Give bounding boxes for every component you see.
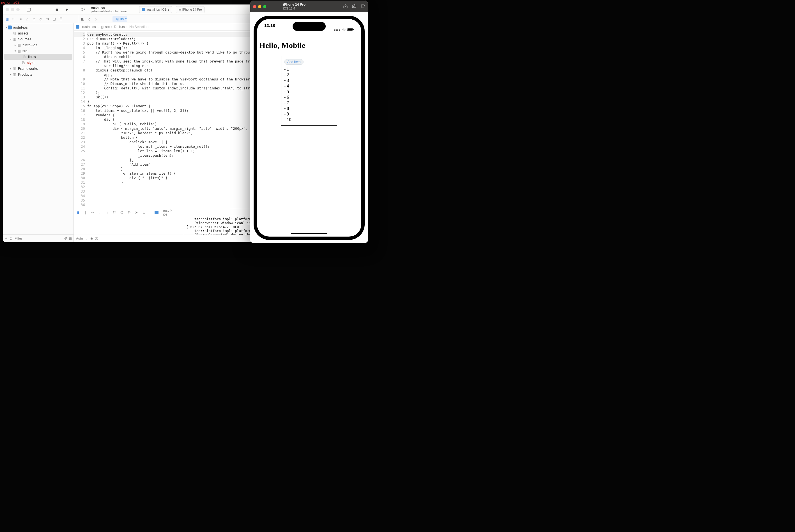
crumb-file[interactable]: lib.rs	[118, 25, 125, 29]
folder-icon: ▥	[17, 49, 21, 53]
recent-files-icon[interactable]: ⏱	[64, 236, 67, 241]
source-control-navigator-icon[interactable]: ⛌	[12, 17, 16, 21]
folder-icon: ▥	[12, 66, 17, 71]
list-card: Add item - 1- 2- 3- 4- 5- 6- 7- 8- 9- 10	[281, 56, 337, 126]
report-navigator-icon[interactable]: ☰	[59, 17, 63, 21]
tab-label: lib.rs	[121, 17, 124, 21]
info-icon[interactable]: ⓘ	[95, 236, 98, 241]
tree-row-rustnl-ios[interactable]: ▸▥rustnl-ios	[3, 42, 74, 48]
project-root-row[interactable]: ▾ rustnl-ios	[3, 24, 74, 30]
disclosure-icon[interactable]: ▸	[14, 43, 17, 46]
tree-row-label: Sources	[18, 37, 32, 41]
debug-navigator-icon[interactable]: ⟲	[45, 17, 49, 21]
rotate-icon[interactable]	[360, 4, 365, 9]
destination-scheme[interactable]: rustnl-ios_iOS›	[139, 6, 172, 13]
home-icon[interactable]	[343, 4, 348, 9]
disclosure-icon[interactable]: ▸	[9, 67, 12, 70]
project-navigator-icon[interactable]: ▥	[5, 17, 9, 21]
window-traffic-lights[interactable]	[6, 8, 20, 11]
clock-label: 12:18	[264, 23, 275, 36]
scheme-selector[interactable]: rustnl-ios jk/fix-mobile-touch-interac…	[91, 6, 131, 13]
env-overrides-icon[interactable]: ⚙	[127, 210, 131, 214]
pause-icon[interactable]: ‖	[83, 210, 87, 214]
page-heading: Hello, Mobile	[259, 41, 359, 50]
step-out-icon[interactable]: ↑	[105, 210, 109, 214]
svg-point-4	[81, 10, 82, 11]
filter-scope-icon[interactable]: ⊙	[10, 236, 12, 241]
thread-icon[interactable]: ⟂	[142, 210, 146, 214]
crumb-project[interactable]: rustnl-ios	[82, 25, 96, 29]
disclosure-icon[interactable]: ▾	[14, 49, 17, 52]
memory-graph-icon[interactable]: ⌬	[120, 210, 124, 214]
home-indicator[interactable]	[291, 233, 327, 234]
toggle-navigator-button[interactable]	[25, 6, 33, 13]
tree-row-src[interactable]: ▾▥src	[3, 48, 74, 54]
variables-view[interactable]	[74, 216, 184, 234]
symbol-navigator-icon[interactable]: ⌗	[19, 17, 22, 21]
step-into-icon[interactable]: ↓	[98, 210, 102, 214]
simulator-canvas: 12:18 ▪▪▪▪ Hello, Mobile Add item - 1- 2…	[250, 12, 368, 243]
step-over-icon[interactable]: ⤻	[91, 210, 94, 214]
tree-row-sources[interactable]: ▾▥Sources	[3, 36, 74, 42]
svg-rect-8	[362, 4, 364, 8]
breakpoint-navigator-icon[interactable]: ▢	[52, 17, 56, 21]
project-root-label: rustnl-ios	[13, 25, 28, 30]
issue-navigator-icon[interactable]: ⚠	[32, 17, 36, 21]
test-navigator-icon[interactable]: ◇	[39, 17, 43, 21]
editor-tab-active[interactable]: ⎘lib.rs	[112, 16, 127, 22]
tree-row-label: style	[27, 60, 35, 65]
battery-icon	[347, 27, 354, 32]
file-icon: ⎘	[114, 25, 116, 29]
cellular-icon: ▪▪▪▪	[334, 27, 340, 32]
view-debug-icon[interactable]: ⬚	[112, 210, 116, 214]
destination-device[interactable]: ▭iPhone 14 Pro	[176, 6, 204, 13]
folder-icon: ▥	[12, 72, 17, 77]
disclosure-icon[interactable]: ▸	[9, 73, 12, 76]
sim-traffic-lights[interactable]	[253, 5, 266, 8]
simulator-window: iPhone 14 Pro iOS 16.4 12:18 ▪▪▪▪	[250, 1, 368, 243]
find-navigator-icon[interactable]: ⌕	[25, 17, 29, 21]
tree-row-frameworks[interactable]: ▸▥Frameworks	[3, 65, 74, 72]
screenshot-icon[interactable]	[352, 4, 356, 9]
svg-point-7	[353, 6, 355, 7]
scm-filter-icon[interactable]: ⊞	[69, 236, 72, 241]
crumb-folder[interactable]: src	[105, 25, 110, 29]
tree-row-label: lib.rs	[28, 55, 36, 59]
filter-input[interactable]	[14, 236, 62, 241]
file-icon: ⎘	[22, 55, 27, 59]
tree-row-products[interactable]: ▸▥Products	[3, 72, 74, 77]
svg-point-3	[81, 8, 82, 9]
project-navigator: ▾ rustnl-ios ⎘assets▾▥Sources▸▥rustnl-io…	[3, 23, 74, 242]
quicklook-icon[interactable]: ◉	[90, 236, 93, 241]
chevron-up-down-icon: ⌄	[85, 236, 88, 241]
list-item: - 3	[284, 78, 334, 83]
location-icon[interactable]: ➤	[134, 210, 138, 214]
svg-rect-11	[353, 29, 354, 30]
branch-icon	[79, 6, 87, 13]
tree-row-lib.rs[interactable]: ⎘lib.rs	[4, 54, 72, 60]
phone-screen[interactable]: 12:18 ▪▪▪▪ Hello, Mobile Add item - 1- 2…	[257, 19, 361, 236]
sim-device-label: iPhone 14 Pro	[283, 3, 306, 7]
breakpoint-toggle-icon[interactable]: ▮	[76, 210, 80, 214]
tree-row-style[interactable]: ⎘style	[3, 60, 74, 65]
list-item: - 6	[284, 94, 334, 100]
run-button[interactable]	[63, 6, 71, 13]
folder-icon: ▥	[12, 37, 17, 41]
zoom-icon[interactable]	[16, 8, 20, 11]
file-icon: ⎘	[12, 31, 17, 36]
list-item: - 9	[284, 111, 334, 117]
zoom-icon[interactable]	[263, 5, 266, 8]
tree-row-assets[interactable]: ⎘assets	[3, 30, 74, 36]
disclosure-icon[interactable]: ▾	[9, 38, 12, 41]
related-items-icon[interactable]: ◧	[80, 17, 85, 21]
minimize-icon[interactable]	[11, 8, 14, 11]
close-icon[interactable]	[253, 5, 256, 8]
stop-button[interactable]	[53, 6, 61, 13]
add-item-button[interactable]: Add item	[284, 59, 303, 65]
variables-scope-picker[interactable]: Auto	[76, 236, 83, 241]
add-file-icon[interactable]: ＋	[4, 236, 8, 241]
minimize-icon[interactable]	[258, 5, 261, 8]
tree-row-label: assets	[18, 31, 29, 35]
file-tree[interactable]: ▾ rustnl-ios ⎘assets▾▥Sources▸▥rustnl-io…	[3, 23, 74, 234]
close-icon[interactable]	[6, 8, 9, 11]
